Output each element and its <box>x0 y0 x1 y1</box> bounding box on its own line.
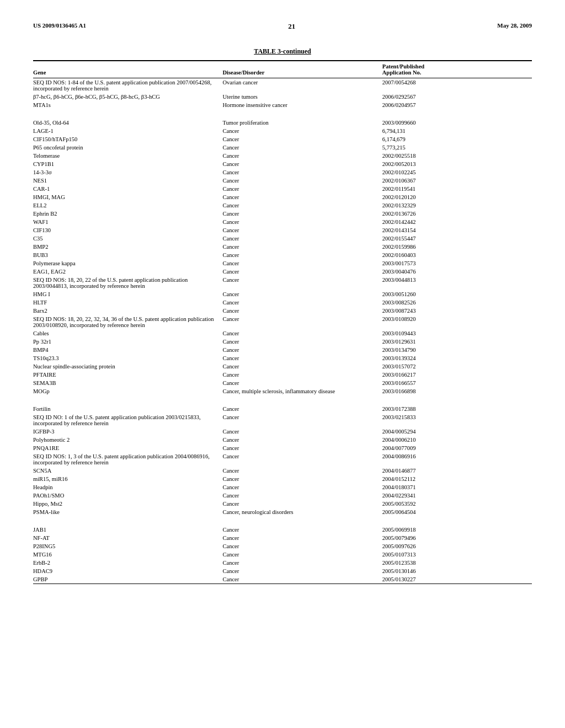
table-row: MTG16Cancer2005/0107313 <box>33 550 532 559</box>
table-cell: Cancer <box>223 483 382 491</box>
table-row: LAGE-1Cancer6,794,131 <box>33 127 532 135</box>
table-row: Hippo, Mst2Cancer2005/0053592 <box>33 500 532 508</box>
table-cell: 2003/0109443 <box>382 329 532 338</box>
table-row: CablesCancer2003/0109443 <box>33 329 532 338</box>
table-cell: 2002/0132329 <box>382 201 532 210</box>
table-cell: 2003/0087243 <box>382 307 532 315</box>
table-cell: 2002/0119541 <box>382 185 532 193</box>
table-cell: Cancer <box>223 135 382 143</box>
table-cell: miR15, miR16 <box>33 475 223 483</box>
table-cell: 2003/0129631 <box>382 338 532 346</box>
table-cell: C35 <box>33 234 223 243</box>
table-row: Nuclear spindle-associating proteinCance… <box>33 362 532 371</box>
table-row: NES1Cancer2002/0106367 <box>33 176 532 185</box>
table-cell: 2005/0130146 <box>382 567 532 575</box>
table-cell: 2002/0159986 <box>382 243 532 251</box>
table-cell: HMG I <box>33 290 223 298</box>
table-cell: Cancer <box>223 338 382 346</box>
table-cell: Old-35, Old-64 <box>33 119 223 127</box>
table-cell: PAOh1/SMO <box>33 491 223 500</box>
table-cell: Cancer <box>223 559 382 567</box>
table-cell: Cancer, neurological disorders <box>223 508 382 516</box>
table-cell: Cancer <box>223 226 382 234</box>
table-row: CIF130Cancer2002/0143154 <box>33 226 532 234</box>
table-cell: NF-AT <box>33 534 223 542</box>
page-header: US 2009/0136465 A1 21 May 28, 2009 <box>33 22 532 31</box>
table-row: Barx2Cancer2003/0087243 <box>33 307 532 315</box>
table-cell: Ovarian cancer <box>223 78 382 93</box>
table-cell: Polymerase kappa <box>33 259 223 267</box>
table-row: CYP1B1Cancer2002/0052013 <box>33 160 532 168</box>
table-cell: Cancer <box>223 526 382 534</box>
table-cell: SCN5A <box>33 467 223 475</box>
table-row: EAG1, EAG2Cancer2003/0040476 <box>33 267 532 276</box>
table-cell: NES1 <box>33 176 223 185</box>
table-cell: BMP2 <box>33 243 223 251</box>
table-row: WAF1Cancer2002/0142442 <box>33 218 532 226</box>
table-row: SCN5ACancer2004/0146877 <box>33 467 532 475</box>
table-row: SEQ ID NOS: 1, 3 of the U.S. patent appl… <box>33 452 532 467</box>
table-cell: 2003/0166217 <box>382 371 532 379</box>
table-row <box>33 109 532 119</box>
table-row: ELL2Cancer2002/0132329 <box>33 201 532 210</box>
table-cell: 2004/0077009 <box>382 444 532 452</box>
table-cell: 2002/0102245 <box>382 168 532 176</box>
table-cell: 2002/0052013 <box>382 160 532 168</box>
table-cell: Cancer <box>223 168 382 176</box>
table-cell: Cancer <box>223 290 382 298</box>
table-cell: Cancer <box>223 160 382 168</box>
table-cell: Cancer <box>223 152 382 160</box>
table-title: TABLE 3-continued <box>33 47 532 56</box>
table-cell: HLTF <box>33 298 223 307</box>
table-cell: 2005/0079496 <box>382 534 532 542</box>
table-cell: 2002/0155447 <box>382 234 532 243</box>
table-cell: CIF150/hTAFp150 <box>33 135 223 143</box>
table-cell: BMP4 <box>33 346 223 354</box>
table-cell: MTG16 <box>33 550 223 559</box>
table-cell: Cancer <box>223 143 382 152</box>
table-row: PFTAIRECancer2003/0166217 <box>33 371 532 379</box>
table-cell: 2003/0166557 <box>382 379 532 387</box>
table-cell: 2005/0069918 <box>382 526 532 534</box>
table-cell: GPBP <box>33 575 223 584</box>
table-cell: WAF1 <box>33 218 223 226</box>
table-cell: 2004/0005294 <box>382 427 532 436</box>
table-cell: P65 oncofetal protein <box>33 143 223 152</box>
table-row: SEQ ID NOS: 18, 20, 22, 32, 34, 36 of th… <box>33 315 532 329</box>
table-row: miR15, miR16Cancer2004/0152112 <box>33 475 532 483</box>
table-cell: SEMA3B <box>33 379 223 387</box>
table-cell: 2005/0097626 <box>382 542 532 550</box>
table-cell: 2002/0160403 <box>382 251 532 259</box>
table-row: P65 oncofetal proteinCancer5,773,215 <box>33 143 532 152</box>
table-cell: 2004/0229341 <box>382 491 532 500</box>
table-cell: BUB3 <box>33 251 223 259</box>
table-cell: Ephrin B2 <box>33 210 223 218</box>
table-cell: 2006/0292567 <box>382 93 532 101</box>
table-cell: 6,794,131 <box>382 127 532 135</box>
table-cell: Hippo, Mst2 <box>33 500 223 508</box>
table-row <box>33 516 532 526</box>
table-row: Pp 32r1Cancer2003/0129631 <box>33 338 532 346</box>
table-cell: Cancer <box>223 444 382 452</box>
table-row: GPBPCancer2005/0130227 <box>33 575 532 584</box>
table-cell: Hormone insensitive cancer <box>223 101 382 109</box>
table-cell: Cancer <box>223 315 382 329</box>
table-cell: Uterine tumors <box>223 93 382 101</box>
table-row: FortilinCancer2003/0172388 <box>33 405 532 413</box>
table-cell: SEQ ID NOS: 18, 20, 22, 32, 34, 36 of th… <box>33 315 223 329</box>
table-cell: Polyhomeotic 2 <box>33 436 223 444</box>
table-row: PSMA-likeCancer, neurological disorders2… <box>33 508 532 516</box>
table-row: C35Cancer2002/0155447 <box>33 234 532 243</box>
table-cell: 2003/0215833 <box>382 413 532 427</box>
table-cell: 2004/0006210 <box>382 436 532 444</box>
table-row: CAR-1Cancer2002/0119541 <box>33 185 532 193</box>
table-cell: Cancer <box>223 413 382 427</box>
table-cell: 2003/0139324 <box>382 354 532 362</box>
table-cell: 2005/0130227 <box>382 575 532 584</box>
table-row: HMGI, MAGCancer2002/0120120 <box>33 193 532 201</box>
table-row: P28ING5Cancer2005/0097626 <box>33 542 532 550</box>
table-cell: Fortilin <box>33 405 223 413</box>
table-cell: Cancer <box>223 276 382 290</box>
table-cell: Cancer <box>223 491 382 500</box>
table-row: HeadpinCancer2004/0180371 <box>33 483 532 491</box>
